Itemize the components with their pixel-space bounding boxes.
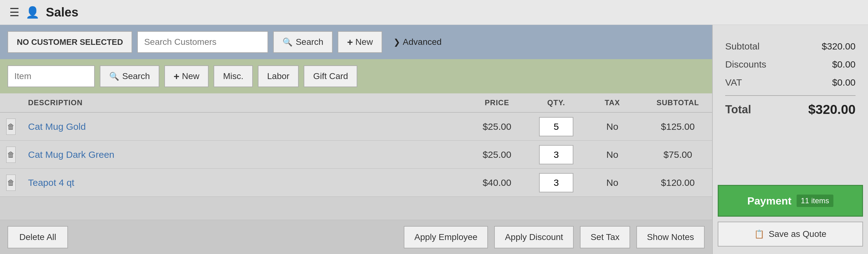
price-2: $25.00 [463,146,531,164]
description-header: DESCRIPTION [22,98,463,107]
gift-card-button[interactable]: Gift Card [304,65,357,87]
trash-icon [7,150,14,159]
no-customer-button[interactable]: NO CUSTOMER SELECTED [7,31,132,53]
qty-header: QTY. [531,98,581,107]
payment-label: Payment [747,195,792,207]
subtotal-2: $75.00 [644,146,712,164]
price-header: PRICE [463,98,531,107]
discounts-row: Discounts $0.00 [725,56,856,73]
sales-icon: 👤 [26,6,40,19]
main-layout: NO CUSTOMER SELECTED Search New Advanced [0,25,868,254]
customer-search-input[interactable] [137,31,268,53]
payment-button[interactable]: Payment 11 items [718,185,863,217]
item-new-button[interactable]: New [164,65,209,87]
subtotal-3: $120.00 [644,174,712,192]
item-name-2[interactable]: Cat Mug Dark Green [22,146,463,164]
table-row: Cat Mug Gold $25.00 No $125.00 [0,113,712,141]
total-row: Total $320.00 [725,95,856,121]
qty-input-2[interactable] [539,145,574,165]
chevron-right-icon [394,37,400,47]
summary-area: Subtotal $320.00 Discounts $0.00 VAT $0.… [713,25,868,185]
bottom-bar: Delete All Apply Employee Apply Discount… [0,220,712,254]
tax-2: No [581,146,644,164]
set-tax-button[interactable]: Set Tax [580,226,630,248]
customer-search-label: Search [296,37,323,47]
subtotal-header: SUBTOTAL [644,98,712,107]
plus-icon [347,36,353,48]
customer-bar: NO CUSTOMER SELECTED Search New Advanced [0,25,712,59]
labor-button[interactable]: Labor [258,65,299,87]
save-quote-label: Save as Quote [769,229,826,239]
subtotal-row: Subtotal $320.00 [725,37,856,56]
payment-items-badge: 11 items [797,194,834,207]
vat-label: VAT [725,77,742,88]
right-panel: Subtotal $320.00 Discounts $0.00 VAT $0.… [712,25,868,254]
item-new-label: New [182,71,199,81]
apply-discount-button[interactable]: Apply Discount [494,226,574,248]
show-notes-button[interactable]: Show Notes [637,226,705,248]
tax-1: No [581,118,644,136]
trash-icon [7,122,14,131]
left-panel: NO CUSTOMER SELECTED Search New Advanced [0,25,712,254]
table-area: DESCRIPTION PRICE QTY. TAX SUBTOTAL Cat … [0,94,712,220]
item-name-3[interactable]: Teapot 4 qt [22,174,463,192]
save-quote-button[interactable]: Save as Quote [718,222,863,247]
top-nav: ☰ 👤 Sales [0,0,868,25]
price-3: $40.00 [463,174,531,192]
item-bar: Search New Misc. Labor Gift Card [0,59,712,94]
vat-row: VAT $0.00 [725,73,856,92]
search-icon [282,37,292,47]
customer-search-button[interactable]: Search [273,31,333,53]
qty-input-3[interactable] [539,173,574,192]
hamburger-icon[interactable]: ☰ [9,6,19,19]
item-name-1[interactable]: Cat Mug Gold [22,118,463,136]
vat-value: $0.00 [832,77,856,88]
subtotal-label: Subtotal [725,41,760,52]
total-value: $320.00 [808,102,856,117]
price-1: $25.00 [463,118,531,136]
trash-icon [7,178,14,187]
qty-input-1[interactable] [539,117,574,136]
customer-new-button[interactable]: New [338,31,382,53]
apply-employee-button[interactable]: Apply Employee [404,226,488,248]
item-plus-icon [174,71,180,82]
customer-new-label: New [355,37,373,47]
item-search-input[interactable] [7,65,95,87]
file-icon [754,229,764,239]
discounts-label: Discounts [725,59,766,70]
tax-3: No [581,174,644,192]
advanced-label: Advanced [403,37,442,47]
total-label: Total [725,103,751,116]
delete-row-1-button[interactable] [6,119,16,135]
subtotal-value: $320.00 [822,41,856,52]
nav-title: Sales [46,5,79,19]
delete-row-3-button[interactable] [6,175,16,191]
table-header: DESCRIPTION PRICE QTY. TAX SUBTOTAL [0,94,712,113]
advanced-button[interactable]: Advanced [387,33,448,51]
table-row: Cat Mug Dark Green $25.00 No $75.00 [0,141,712,169]
item-search-label: Search [122,71,150,81]
delete-row-2-button[interactable] [6,147,16,163]
item-search-button[interactable]: Search [100,65,159,87]
tax-header: TAX [581,98,644,107]
delete-all-button[interactable]: Delete All [7,226,68,248]
discounts-value: $0.00 [832,59,856,70]
item-search-icon [109,71,119,81]
table-row: Teapot 4 qt $40.00 No $120.00 [0,169,712,197]
subtotal-1: $125.00 [644,118,712,136]
misc-button[interactable]: Misc. [214,65,252,87]
